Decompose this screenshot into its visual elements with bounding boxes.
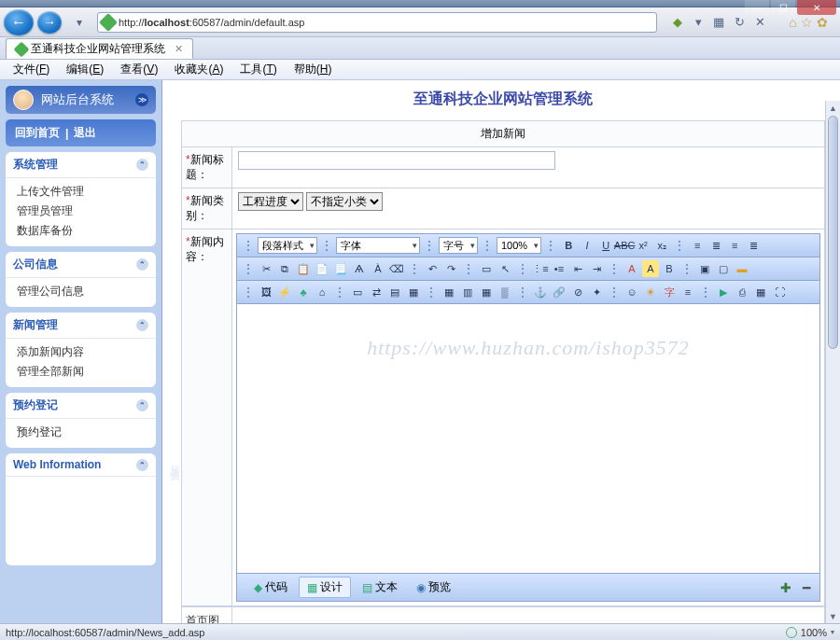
zoom-dropdown-icon[interactable]: ▾: [831, 628, 834, 636]
browser-tab[interactable]: 至通科技企业网站管理系统 ✕: [6, 38, 193, 59]
panel-toggle-icon[interactable]: ⌃: [136, 319, 148, 331]
address-bar[interactable]: http://localhost:60587/admin/default.asp: [97, 12, 657, 33]
zoom-select[interactable]: 100%: [497, 237, 541, 254]
panel-toggle-icon[interactable]: ⌃: [136, 159, 148, 171]
strikethrough-button[interactable]: ABC: [616, 237, 633, 254]
sidebar-item[interactable]: 数据库备份: [17, 221, 156, 241]
editor-tab-code[interactable]: ◆代码: [246, 577, 295, 597]
source-icon[interactable]: ▶: [715, 284, 732, 300]
editor-shrink-icon[interactable]: ━: [799, 580, 814, 595]
home-icon[interactable]: ⌂: [789, 15, 796, 30]
paste-icon[interactable]: 📋: [295, 260, 312, 277]
bold-button[interactable]: B: [560, 237, 577, 254]
window-minimize[interactable]: —: [745, 0, 769, 15]
symbol-icon[interactable]: ▦: [478, 284, 495, 300]
cut-icon[interactable]: ✂: [258, 260, 274, 277]
sidebar-header-arrow-icon[interactable]: ≫: [135, 93, 148, 106]
replace-icon[interactable]: À: [370, 260, 386, 277]
nav-dropdown-icon[interactable]: ▾: [691, 15, 706, 30]
underline-button[interactable]: U: [597, 237, 614, 254]
nav-dropdown[interactable]: ▾: [65, 9, 93, 35]
category-select[interactable]: 工程进度: [238, 192, 303, 211]
news-title-input[interactable]: [238, 151, 555, 170]
favorites-icon[interactable]: ☆: [801, 15, 813, 30]
redo-icon[interactable]: ↷: [442, 260, 459, 277]
nav-logout-link[interactable]: 退出: [74, 125, 96, 141]
anchor-icon[interactable]: ⚓: [532, 284, 549, 300]
font-select[interactable]: 字体: [336, 237, 420, 254]
editor-tab-design[interactable]: ▦设计: [299, 577, 351, 598]
superscript-button[interactable]: x²: [635, 237, 651, 254]
menu-file[interactable]: 文件(F): [6, 60, 57, 79]
paste-text-icon[interactable]: 📄: [314, 260, 330, 277]
select-icon[interactable]: ▭: [478, 260, 495, 277]
menu-tools[interactable]: 工具(T): [232, 60, 284, 79]
nav-back-button[interactable]: ←: [4, 9, 34, 35]
hr-icon[interactable]: ▭: [349, 284, 366, 300]
window-icon[interactable]: ▣: [696, 260, 713, 277]
align-center-button[interactable]: ≣: [707, 237, 724, 254]
scroll-down-icon[interactable]: ▼: [826, 609, 840, 623]
panel-toggle-icon[interactable]: ⌃: [136, 459, 148, 471]
remove-format-icon[interactable]: ⌫: [388, 260, 405, 277]
compat-icon[interactable]: ▦: [711, 15, 726, 30]
window-close[interactable]: ✕: [797, 0, 836, 15]
vertical-scrollbar[interactable]: ▲ ▼: [825, 101, 840, 623]
marquee-icon[interactable]: ⇄: [368, 284, 385, 300]
file-icon[interactable]: ⌂: [314, 284, 330, 300]
link-icon[interactable]: 🔗: [551, 284, 567, 300]
menu-help[interactable]: 帮助(H): [287, 60, 340, 79]
copy-icon[interactable]: ⧉: [276, 260, 293, 277]
outdent-icon[interactable]: ⇤: [569, 260, 586, 277]
subscript-button[interactable]: x₂: [653, 237, 670, 254]
tab-close-icon[interactable]: ✕: [175, 43, 183, 55]
panel-toggle-icon[interactable]: ⌃: [136, 258, 148, 271]
nav-home-link[interactable]: 回到首页: [15, 125, 60, 141]
find-icon[interactable]: Ѧ: [351, 260, 368, 277]
menu-edit[interactable]: 编辑(E): [59, 60, 111, 79]
sidebar-item[interactable]: 管理全部新闻: [17, 362, 156, 382]
highlight-icon[interactable]: B: [661, 260, 678, 277]
refresh-icon[interactable]: ↻: [732, 15, 747, 30]
align-justify-button[interactable]: ≣: [745, 237, 762, 254]
paragraph-style-select[interactable]: 段落样式: [258, 237, 317, 254]
sidebar-item[interactable]: 管理公司信息: [17, 282, 156, 301]
italic-button[interactable]: I: [579, 237, 595, 254]
security-icon[interactable]: ◆: [670, 15, 685, 30]
panel-toggle-icon[interactable]: ⌃: [136, 399, 148, 411]
font-size-select[interactable]: 字号: [439, 237, 478, 254]
stop-icon[interactable]: ✕: [752, 15, 767, 30]
numbered-list-icon[interactable]: ⋮≡: [532, 260, 549, 277]
sidebar-item[interactable]: 管理员管理: [17, 202, 156, 221]
align-right-button[interactable]: ≡: [726, 237, 743, 254]
table-icon[interactable]: ▦: [405, 284, 422, 300]
editor-tab-preview[interactable]: ◉预览: [409, 577, 458, 597]
image-icon[interactable]: 🖼: [258, 284, 274, 300]
indent-icon[interactable]: ⇥: [588, 260, 605, 277]
emoji-icon[interactable]: ☺: [623, 284, 640, 300]
editor-expand-icon[interactable]: ✚: [777, 580, 795, 595]
sidebar-item[interactable]: 添加新闻内容: [17, 342, 156, 362]
art-text-icon[interactable]: 字: [661, 284, 678, 300]
sidebar-item[interactable]: 预约登记: [17, 423, 156, 442]
layer2-icon[interactable]: ▤: [386, 284, 403, 300]
undo-icon[interactable]: ↶: [424, 260, 441, 277]
sidebar-collapse-label[interactable]: 屏幕切换: [168, 457, 182, 465]
pointer-icon[interactable]: ↖: [497, 260, 513, 277]
paste-word-icon[interactable]: 📃: [332, 260, 349, 277]
time-icon[interactable]: ▥: [459, 284, 476, 300]
layer-icon[interactable]: ▬: [734, 260, 750, 277]
media-icon[interactable]: ♣: [295, 284, 312, 300]
text-color-icon[interactable]: A: [623, 260, 640, 277]
settings-icon[interactable]: ✿: [817, 15, 828, 30]
settings2-icon[interactable]: ▦: [752, 284, 769, 300]
calendar-icon[interactable]: ▦: [441, 284, 457, 300]
unlink-icon[interactable]: ⊘: [569, 284, 586, 300]
equation-icon[interactable]: ▒: [497, 284, 513, 300]
window-maximize[interactable]: ☐: [771, 0, 795, 15]
scroll-thumb[interactable]: [828, 116, 838, 349]
scroll-up-icon[interactable]: ▲: [826, 101, 840, 115]
menu-view[interactable]: 查看(V): [113, 60, 165, 79]
editor-textarea[interactable]: https://www.huzhan.com/ishop3572: [237, 304, 819, 573]
print-icon[interactable]: ⎙: [734, 284, 750, 300]
